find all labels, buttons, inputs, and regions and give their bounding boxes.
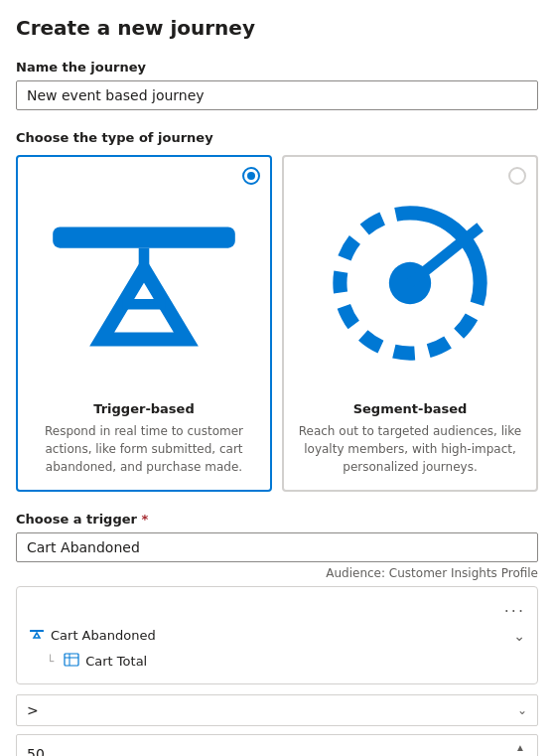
segment-radio[interactable] (508, 167, 526, 185)
segment-card-title: Segment-based (298, 401, 522, 416)
trigger-radio[interactable] (242, 167, 260, 185)
name-field-label: Name the journey (16, 60, 538, 75)
table-tree-icon (64, 653, 79, 670)
svg-marker-7 (34, 633, 40, 638)
required-star: * (137, 512, 148, 527)
number-value: 50 (27, 746, 45, 756)
spinner-up-button[interactable]: ▲ (513, 742, 527, 754)
journey-type-row: Trigger-based Respond in real time to cu… (16, 155, 538, 492)
trigger-input[interactable] (16, 532, 538, 562)
trigger-based-card[interactable]: Trigger-based Respond in real time to cu… (16, 155, 272, 492)
operator-chevron-icon: ⌄ (517, 703, 527, 717)
journey-type-section: Choose the type of journey Trigger-based… (16, 130, 538, 492)
trigger-card-title: Trigger-based (32, 401, 256, 416)
tree-parent-text: Cart Abandoned (51, 628, 156, 643)
page-title: Create a new journey (16, 16, 538, 40)
audience-note: Audience: Customer Insights Profile (16, 566, 538, 580)
trigger-icon (32, 171, 256, 395)
radio-dot (247, 172, 255, 180)
operator-dropdown[interactable]: > ⌄ (16, 694, 538, 726)
journey-type-label: Choose the type of journey (16, 130, 538, 145)
trigger-section: Choose a trigger * Audience: Customer In… (16, 512, 538, 756)
tree-parent-label: Cart Abandoned (29, 626, 156, 645)
dots-menu-button[interactable]: ... (504, 597, 525, 616)
condition-box-header: ... (29, 597, 525, 616)
trigger-tree-icon (29, 626, 45, 645)
segment-card-desc: Reach out to targeted audiences, like lo… (298, 422, 522, 476)
number-row: 50 ▲ ▼ (16, 734, 538, 756)
tree-row-parent: Cart Abandoned ⌄ (29, 622, 525, 649)
svg-rect-8 (65, 654, 78, 666)
trigger-card-desc: Respond in real time to customer actions… (32, 422, 256, 476)
svg-rect-0 (53, 227, 235, 248)
tree-child-text: Cart Total (85, 654, 147, 669)
segment-based-card[interactable]: Segment-based Reach out to targeted audi… (282, 155, 538, 492)
journey-name-input[interactable] (16, 80, 538, 110)
segment-icon (298, 171, 522, 395)
trigger-tree: Cart Abandoned ⌄ └ Cart Total (29, 622, 525, 674)
name-field-section: Name the journey (16, 60, 538, 110)
tree-connector: └ (47, 655, 54, 669)
number-spinner[interactable]: ▲ ▼ (513, 742, 527, 756)
tree-parent-chevron: ⌄ (513, 628, 525, 644)
operator-value: > (27, 702, 39, 718)
trigger-label: Choose a trigger * (16, 512, 538, 527)
tree-child-label: └ Cart Total (47, 653, 147, 670)
tree-row-child: └ Cart Total (29, 649, 525, 674)
condition-box: ... Cart Abandoned ⌄ └ (16, 586, 538, 684)
